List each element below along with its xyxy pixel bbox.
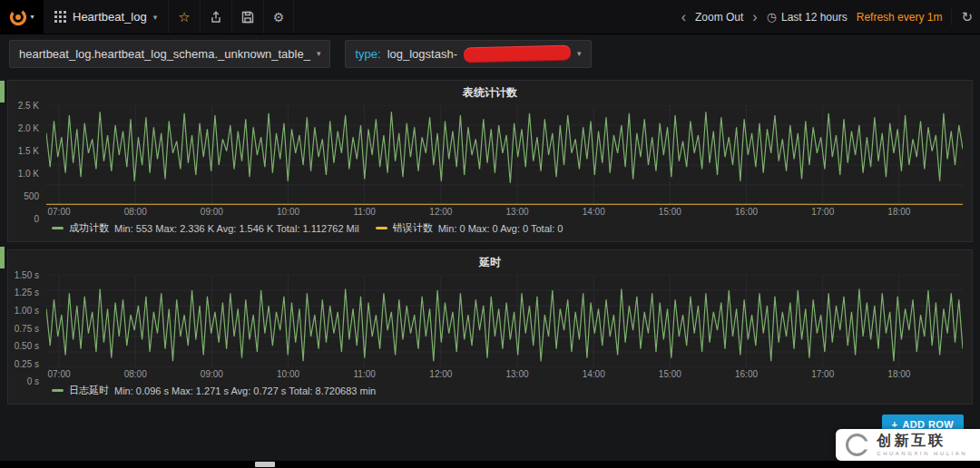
row-handle[interactable] [0,247,5,268]
refresh-button[interactable]: ↻ [951,9,973,25]
legend-label: 错误计数 [393,221,433,235]
plot-area[interactable]: 07:0008:0009:0010:0011:0012:0013:0014:00… [46,105,963,219]
dashboard-settings-button[interactable]: ⚙ [264,0,295,34]
navbar-time-controls: ‹ Zoom Out › ◷ Last 12 hours Refresh eve… [681,0,980,34]
save-dashboard-button[interactable] [232,0,264,34]
legend: 成功计数 Min: 553 Max: 2.336 K Avg: 1.546 K … [8,219,972,241]
x-axis-tick: 08:00 [124,207,147,217]
x-axis-tick: 16:00 [735,369,758,379]
chart-canvas[interactable] [46,275,963,367]
dashboard-title: Heartbeat_log [73,10,147,24]
legend-series-color [52,227,64,229]
x-axis-tick: 08:00 [124,369,147,379]
y-axis-tick: 0.50 s [15,340,39,350]
x-axis-tick: 17:00 [811,369,834,379]
share-icon [210,11,222,24]
watermark-brand: 创新互联 [877,434,967,448]
save-icon [241,11,254,24]
x-axis-tick: 15:00 [659,369,681,379]
zoom-out-button[interactable]: Zoom Out [695,11,743,24]
x-axis-tick: 16:00 [735,207,758,217]
star-icon: ☆ [178,9,190,25]
x-axis-tick: 10:00 [277,369,299,379]
chuangxin-logo-icon [846,434,868,456]
dashboard-picker[interactable]: Heartbeat_log ▾ [44,0,169,34]
y-axis-tick: 0 s [27,376,39,386]
x-axis-tick: 10:00 [277,207,299,217]
caret-down-icon: ▾ [577,49,582,58]
x-axis-tick: 14:00 [583,369,605,379]
panel-latency: 延时 1.50 s1.25 s1.00 s0.75 s0.50 s0.25 s0… [7,249,973,405]
x-axis-tick: 14:00 [583,207,605,217]
dashboard-rows: 表统计计数 2.5 K2.0 K1.5 K1.0 K5000 07:0008:0… [0,80,980,434]
shift-time-back-chevron[interactable]: ‹ [681,10,686,24]
time-range-label: Last 12 hours [781,11,848,24]
x-axis-tick: 09:00 [201,207,223,217]
watermark: 创新互联 CHUANGXIN HULIAN [836,429,980,461]
time-range-button[interactable]: ◷ Last 12 hours [767,10,848,24]
legend-series-color [376,227,387,229]
add-row-bar: + ADD ROW [7,405,973,434]
x-axis-tick: 15:00 [659,207,681,217]
x-axis-tick: 12:00 [429,369,452,379]
time-series-chart[interactable]: 1.50 s1.25 s1.00 s0.75 s0.50 s0.25 s0 s … [8,273,972,381]
y-axis-tick: 0.75 s [15,323,39,333]
time-series-chart[interactable]: 2.5 K2.0 K1.5 K1.0 K5000 07:0008:0009:00… [8,103,972,219]
x-axis-tick: 18:00 [887,369,910,379]
star-dashboard-button[interactable]: ☆ [169,0,200,34]
table-variable-dropdown[interactable]: heartbeat_log.heartbeat_log_schema._unkn… [9,40,330,68]
series-line [46,289,963,362]
legend-item-error-count[interactable]: 错误计数 Min: 0 Max: 0 Avg: 0 Total: 0 [376,221,564,235]
legend-stats: Min: 0 Max: 0 Avg: 0 Total: 0 [438,223,564,234]
chart-canvas[interactable] [46,105,963,205]
x-axis-tick: 09:00 [201,369,223,379]
row-handle[interactable] [0,81,5,102]
x-axis-tick: 12:00 [429,207,452,217]
y-axis-tick: 1.50 s [15,270,39,280]
x-axis-tick: 07:00 [48,207,71,217]
grid-icon [54,11,66,23]
legend-stats: Min: 0.096 s Max: 1.271 s Avg: 0.727 s T… [114,385,376,396]
legend-series-color [52,389,64,392]
variable-bar: heartbeat_log.heartbeat_log_schema._unkn… [0,34,980,73]
share-dashboard-button[interactable] [201,0,232,34]
refresh-interval-button[interactable]: Refresh every 1m [857,11,943,24]
navbar: ▾ Heartbeat_log ▾ ☆ ⚙ ‹ Zoom Out › ◷ [0,0,980,34]
watermark-subtext: CHUANGXIN HULIAN [877,451,967,456]
panel-title[interactable]: 表统计计数 [8,81,972,103]
y-axis-tick: 2.0 K [18,123,39,133]
x-axis-tick: 11:00 [354,369,376,379]
series-line [46,112,963,182]
legend-item-log-latency[interactable]: 日志延时 Min: 0.096 s Max: 1.271 s Avg: 0.72… [52,384,376,397]
gear-icon: ⚙ [273,10,285,24]
plot-area[interactable]: 07:0008:0009:0010:0011:0012:0013:0014:00… [46,275,963,381]
type-variable-label: type: [355,47,380,61]
shift-time-forward-chevron[interactable]: › [752,10,757,24]
legend-item-success-count[interactable]: 成功计数 Min: 553 Max: 2.336 K Avg: 1.546 K … [52,221,359,235]
bottom-strip-tab [255,462,275,467]
x-axis-tick: 18:00 [887,207,910,217]
panel-table-count: 表统计计数 2.5 K2.0 K1.5 K1.0 K5000 07:0008:0… [7,80,973,242]
redaction-scribble [464,45,571,62]
panel-title[interactable]: 延时 [8,250,972,273]
y-axis-tick: 0 [34,214,39,224]
y-axis-tick: 0.25 s [15,358,39,368]
grafana-flame-icon [9,8,27,26]
caret-down-icon: ▾ [317,49,321,58]
grafana-logo-button[interactable]: ▾ [0,0,44,34]
x-axis: 07:0008:0009:0010:0011:0012:0013:0014:00… [46,367,963,381]
y-axis-tick: 1.00 s [15,305,39,315]
x-axis-tick: 07:00 [48,369,71,379]
y-axis-tick: 500 [24,191,39,201]
type-variable-dropdown[interactable]: type: log_logstash- ▾ [345,40,591,68]
y-axis: 1.50 s1.25 s1.00 s0.75 s0.50 s0.25 s0 s [8,275,46,381]
table-variable-value: heartbeat_log.heartbeat_log_schema._unkn… [19,47,310,61]
x-axis-tick: 11:00 [354,207,376,217]
y-axis-tick: 1.5 K [18,146,39,156]
refresh-icon: ↻ [961,9,973,24]
x-axis-tick: 13:00 [506,207,529,217]
y-axis-tick: 1.0 K [18,169,39,179]
caret-down-icon: ▾ [153,13,158,22]
legend-stats: Min: 553 Max: 2.336 K Avg: 1.546 K Total… [114,223,359,234]
y-axis-tick: 1.25 s [15,288,39,297]
